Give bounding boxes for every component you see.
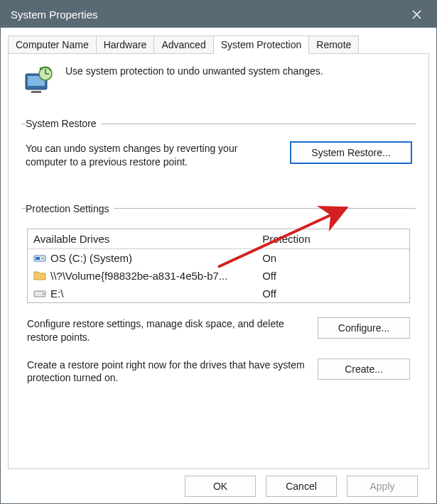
svg-rect-2 bbox=[31, 91, 41, 93]
drive-name: E:\ bbox=[50, 287, 63, 300]
os-drive-icon bbox=[33, 252, 46, 263]
intro-text: Use system protection to undo unwanted s… bbox=[65, 64, 323, 77]
system-restore-row: You can undo system changes by reverting… bbox=[26, 139, 411, 186]
close-icon bbox=[412, 10, 421, 19]
column-header-drives: Available Drives bbox=[28, 229, 257, 248]
system-restore-button[interactable]: System Restore... bbox=[291, 142, 411, 163]
column-header-protection: Protection bbox=[257, 229, 409, 248]
system-restore-desc: You can undo system changes by reverting… bbox=[26, 142, 281, 169]
protection-settings-group: Protection Settings Available Drives Pro… bbox=[21, 203, 416, 397]
system-restore-group: System Restore You can undo system chang… bbox=[21, 118, 416, 187]
tab-strip: Computer Name Hardware Advanced System P… bbox=[8, 33, 429, 53]
drive-name: OS (C:) (System) bbox=[50, 252, 132, 264]
drive-name: \\?\Volume{f98832be-a831-4e5b-b7... bbox=[50, 270, 227, 282]
close-button[interactable] bbox=[401, 4, 432, 25]
drive-row[interactable]: E:\ Off bbox=[28, 285, 409, 302]
apply-button[interactable]: Apply bbox=[347, 476, 418, 497]
tab-advanced[interactable]: Advanced bbox=[153, 35, 213, 53]
tab-system-protection[interactable]: System Protection bbox=[213, 35, 310, 54]
titlebar: System Properties bbox=[1, 1, 436, 28]
tab-computer-name[interactable]: Computer Name bbox=[8, 35, 97, 53]
dialog-button-bar: OK Cancel Apply bbox=[8, 469, 429, 503]
svg-rect-6 bbox=[36, 257, 40, 260]
svg-point-9 bbox=[43, 293, 44, 295]
intro-row: Use system protection to undo unwanted s… bbox=[21, 64, 416, 98]
drive-protection: On bbox=[257, 249, 409, 267]
folder-icon bbox=[33, 270, 46, 281]
create-text: Create a restore point right now for the… bbox=[27, 358, 308, 385]
configure-row: Configure restore settings, manage disk … bbox=[26, 313, 411, 354]
drives-header: Available Drives Protection bbox=[28, 229, 409, 249]
system-restore-legend: System Restore bbox=[26, 118, 101, 129]
drive-row[interactable]: OS (C:) (System) On bbox=[28, 249, 409, 267]
drive-row[interactable]: \\?\Volume{f98832be-a831-4e5b-b7... Off bbox=[28, 267, 409, 285]
drives-list[interactable]: Available Drives Protection OS (C:) (Sys… bbox=[27, 229, 410, 303]
drive-protection: Off bbox=[257, 285, 409, 302]
cancel-button[interactable]: Cancel bbox=[266, 476, 337, 497]
configure-text: Configure restore settings, manage disk … bbox=[27, 317, 308, 344]
svg-rect-7 bbox=[41, 258, 44, 259]
window-title: System Properties bbox=[11, 9, 401, 21]
tab-hardware[interactable]: Hardware bbox=[96, 35, 155, 53]
create-row: Create a restore point right now for the… bbox=[26, 354, 411, 395]
drive-protection: Off bbox=[257, 267, 409, 285]
tab-remote[interactable]: Remote bbox=[308, 35, 359, 53]
protection-settings-legend: Protection Settings bbox=[26, 203, 114, 214]
system-properties-window: System Properties Computer Name Hardware… bbox=[0, 0, 437, 504]
client-area: Computer Name Hardware Advanced System P… bbox=[1, 28, 436, 503]
create-button[interactable]: Create... bbox=[318, 358, 410, 380]
drive-icon bbox=[33, 287, 46, 299]
configure-button[interactable]: Configure... bbox=[318, 317, 410, 339]
tab-panel-system-protection: Use system protection to undo unwanted s… bbox=[8, 53, 429, 469]
ok-button[interactable]: OK bbox=[185, 476, 256, 497]
system-protection-icon bbox=[21, 64, 55, 98]
